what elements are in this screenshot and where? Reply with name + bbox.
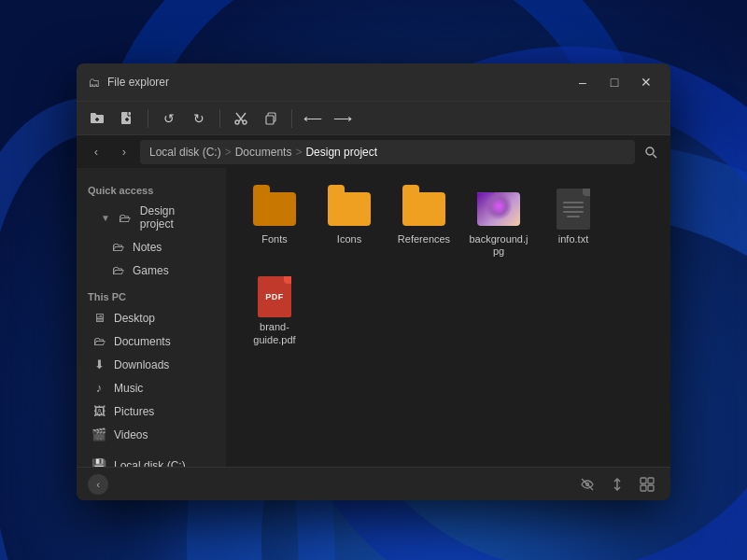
- sidebar-item-label-desktop: Desktop: [114, 312, 155, 325]
- pdf-label-text: PDF: [265, 292, 284, 301]
- minimize-button[interactable]: –: [570, 69, 596, 95]
- window-controls: – □ ✕: [570, 69, 659, 95]
- svg-rect-16: [641, 478, 646, 483]
- maximize-button[interactable]: □: [601, 69, 627, 95]
- videos-icon: 🎬: [92, 427, 106, 441]
- back-button[interactable]: ‹: [84, 140, 108, 164]
- bottom-bar: ‹: [77, 467, 670, 500]
- svg-point-6: [243, 120, 247, 124]
- toolbar-separator-3: [291, 109, 292, 128]
- sidebar-item-games[interactable]: 🗁 Games: [80, 259, 222, 282]
- bottom-right-buttons: [575, 472, 659, 497]
- file-explorer-window: 🗂 File explorer – □ ✕ ↺ ↻ ⟵ ⟶ ‹ ›: [77, 63, 670, 500]
- sidebar-item-label-design-project: Design project: [140, 204, 211, 231]
- sidebar-item-downloads[interactable]: ⬇ Downloads: [80, 353, 222, 376]
- sidebar-item-label-videos: Videos: [114, 428, 148, 441]
- path-sep-2: >: [295, 146, 302, 159]
- file-item-fonts[interactable]: Fonts: [241, 183, 308, 263]
- info-label: info.txt: [558, 233, 588, 245]
- sidebar-item-local-disk[interactable]: 💾 Local disk (C:): [80, 454, 222, 467]
- sidebar-item-pictures[interactable]: 🖼 Pictures: [80, 399, 222, 423]
- this-pc-label: This PC: [77, 282, 226, 306]
- fonts-label: Fonts: [261, 233, 288, 245]
- pictures-icon: 🖼: [92, 404, 106, 418]
- new-folder-button[interactable]: [84, 105, 110, 132]
- txt-line-2: [563, 206, 584, 208]
- file-item-info[interactable]: info.txt: [540, 183, 607, 263]
- collapse-sidebar-button[interactable]: ‹: [88, 474, 108, 495]
- toolbar-separator-2: [219, 109, 220, 128]
- sidebar-item-label-local-disk: Local disk (C:): [114, 459, 186, 468]
- txt-file-icon: [551, 189, 596, 230]
- references-label: References: [398, 233, 450, 245]
- sidebar-item-desktop[interactable]: 🖥 Desktop: [80, 306, 222, 329]
- sidebar: Quick access ▼ 🗁 Design project 🗁 Notes …: [77, 168, 226, 467]
- file-explorer-icon: 🗂: [88, 76, 100, 90]
- search-button[interactable]: [639, 140, 663, 164]
- sidebar-item-videos[interactable]: 🎬 Videos: [80, 423, 222, 446]
- svg-rect-10: [266, 116, 274, 124]
- titlebar-left: 🗂 File explorer: [88, 76, 169, 90]
- forward-button[interactable]: ›: [112, 140, 136, 164]
- sidebar-item-label-pictures: Pictures: [114, 405, 154, 418]
- fonts-folder-icon: [252, 189, 297, 230]
- disk-icon: 💾: [92, 458, 106, 467]
- collapse-arrow-icon: ▼: [101, 213, 110, 223]
- sidebar-item-documents[interactable]: 🗁 Documents: [80, 329, 222, 353]
- notes-folder-icon: 🗁: [110, 240, 125, 254]
- folder-icon: 🗁: [118, 211, 133, 225]
- sort-button[interactable]: [605, 472, 629, 497]
- documents-icon: 🗁: [92, 334, 106, 348]
- forward-nav-button2[interactable]: ⟶: [330, 105, 356, 132]
- sidebar-item-label-documents: Documents: [114, 335, 171, 348]
- svg-point-11: [646, 147, 654, 155]
- redo-button[interactable]: ↻: [186, 105, 212, 132]
- downloads-icon: ⬇: [92, 357, 106, 371]
- sidebar-item-label-notes: Notes: [133, 241, 162, 254]
- path-part-2: Documents: [235, 146, 292, 159]
- icons-folder-icon: [327, 189, 372, 230]
- path-part-3: Design project: [305, 146, 377, 159]
- games-folder-icon: 🗁: [110, 263, 125, 277]
- txt-line-3: [563, 211, 584, 213]
- forward-nav-button[interactable]: ⟵: [300, 105, 326, 132]
- brand-guide-label: brand-guide.pdf: [245, 321, 304, 345]
- svg-line-12: [654, 154, 657, 158]
- address-bar: ‹ › Local disk (C:) > Documents > Design…: [77, 134, 670, 168]
- new-file-button[interactable]: [114, 105, 140, 132]
- sidebar-item-music[interactable]: ♪ Music: [80, 376, 222, 399]
- sidebar-item-notes[interactable]: 🗁 Notes: [80, 235, 222, 259]
- file-item-background[interactable]: background.jpg: [465, 183, 532, 263]
- txt-line-4: [567, 216, 580, 217]
- window-title: File explorer: [107, 76, 169, 89]
- path-sep-1: >: [225, 146, 232, 159]
- file-item-references[interactable]: References: [390, 183, 458, 263]
- titlebar: 🗂 File explorer – □ ✕: [77, 63, 670, 101]
- hidden-items-button[interactable]: [575, 472, 599, 497]
- sidebar-item-label-downloads: Downloads: [114, 358, 169, 371]
- background-label: background.jpg: [469, 233, 529, 258]
- close-button[interactable]: ✕: [633, 69, 659, 95]
- quick-access-label: Quick access: [77, 175, 226, 200]
- svg-rect-19: [648, 485, 654, 491]
- toolbar-separator: [148, 109, 148, 128]
- copy-button[interactable]: [258, 105, 284, 132]
- address-path[interactable]: Local disk (C:) > Documents > Design pro…: [140, 140, 635, 164]
- references-folder-icon: [402, 189, 446, 230]
- txt-line-1: [563, 202, 584, 203]
- sidebar-item-label-games: Games: [133, 264, 169, 277]
- sidebar-item-label-music: Music: [114, 382, 143, 395]
- file-item-brand-guide[interactable]: PDF brand-guide.pdf: [241, 271, 308, 351]
- svg-rect-18: [641, 485, 646, 491]
- undo-button[interactable]: ↺: [156, 105, 182, 132]
- file-item-icons[interactable]: Icons: [316, 183, 383, 263]
- svg-rect-17: [648, 478, 654, 483]
- icons-label: Icons: [337, 233, 361, 245]
- svg-rect-2: [121, 112, 131, 124]
- path-part-1: Local disk (C:): [149, 146, 221, 159]
- cut-button[interactable]: [228, 105, 254, 132]
- svg-point-5: [235, 120, 239, 124]
- sidebar-item-design-project[interactable]: ▼ 🗁 Design project: [80, 200, 222, 235]
- view-toggle-button[interactable]: [635, 472, 659, 497]
- pdf-file-icon: PDF: [252, 276, 297, 317]
